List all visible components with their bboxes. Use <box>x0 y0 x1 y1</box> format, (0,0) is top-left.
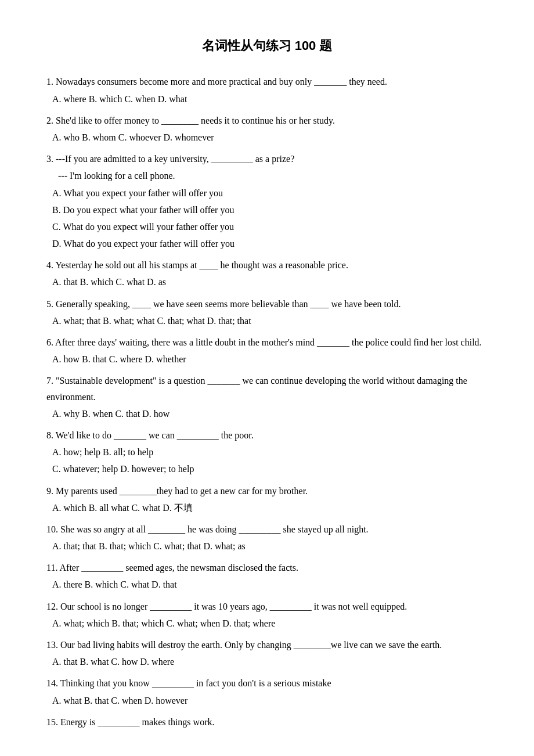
options-line: A. what B. that C. when D. however <box>52 693 488 708</box>
question-text: 15. Energy is _________ makes things wor… <box>46 714 488 730</box>
question-text: 1. Nowadays consumers become more and mo… <box>46 74 488 89</box>
question-text: 10. She was so angry at all ________ he … <box>46 521 488 537</box>
question-subtext: --- I'm looking for a cell phone. <box>58 168 488 183</box>
question-block: 12. Our school is no longer _________ it… <box>46 599 488 631</box>
question-text: 13. Our bad living habits will destroy t… <box>46 637 488 653</box>
question-text: 4. Yesterday he sold out all his stamps … <box>46 257 488 273</box>
options-line: A. that B. which C. what D. as <box>52 274 488 290</box>
question-text: 11. After _________ seemed ages, the new… <box>46 560 488 575</box>
question-text: 3. ---If you are admitted to a key unive… <box>46 151 488 167</box>
options-line: A. why B. when C. that D. how <box>52 406 488 422</box>
option-item: B. Do you expect what your father will o… <box>52 202 488 218</box>
question-block: 11. After _________ seemed ages, the new… <box>46 560 488 592</box>
question-text: 7. "Sustainable development" is a questi… <box>46 373 488 404</box>
question-block: 2. She'd like to offer money to ________… <box>46 113 488 145</box>
question-block: 6. After three days' waiting, there was … <box>46 334 488 367</box>
options-line: A. that B. what C. how D. where <box>52 654 488 669</box>
question-text: 9. My parents used ________they had to g… <box>46 483 488 499</box>
question-block: 7. "Sustainable development" is a questi… <box>46 373 488 422</box>
options-line: A. there B. which C. what D. that <box>52 577 488 592</box>
options-line: A. that; that B. that; which C. what; th… <box>52 538 488 554</box>
question-text: 8. We'd like to do _______ we can ______… <box>46 427 488 443</box>
question-block: 10. She was so angry at all ________ he … <box>46 521 488 554</box>
question-block: 5. Generally speaking, ____ we have seen… <box>46 296 488 329</box>
options-line: A. what; which B. that; which C. what; w… <box>52 615 488 631</box>
option-item: C. whatever; help D. however; to help <box>52 461 488 477</box>
question-block: 14. Thinking that you know _________ in … <box>46 675 488 708</box>
question-block: 8. We'd like to do _______ we can ______… <box>46 427 488 477</box>
options-line: A. how B. that C. where D. whether <box>52 351 488 367</box>
question-text: 5. Generally speaking, ____ we have seen… <box>46 296 488 312</box>
options-line: A. which B. all what C. what D. 不填 <box>52 500 488 516</box>
options-line: A. what; that B. what; what C. that; wha… <box>52 313 488 329</box>
question-block: 13. Our bad living habits will destroy t… <box>46 637 488 669</box>
options-line: A. who B. whom C. whoever D. whomever <box>52 129 488 145</box>
question-block: 15. Energy is _________ makes things wor… <box>46 714 488 730</box>
question-block: 3. ---If you are admitted to a key unive… <box>46 151 488 251</box>
question-text: 14. Thinking that you know _________ in … <box>46 675 488 691</box>
options-line: A. where B. which C. when D. what <box>52 91 488 107</box>
question-text: 6. After three days' waiting, there was … <box>46 334 488 350</box>
option-item: A. What you expect your father will offe… <box>52 185 488 201</box>
option-item: D. What do you expect your father will o… <box>52 236 488 251</box>
question-text: 2. She'd like to offer money to ________… <box>46 113 488 128</box>
option-item: A. how; help B. all; to help <box>52 444 488 460</box>
page-title: 名词性从句练习 100 题 <box>46 35 488 56</box>
option-item: C. What do you expect will your father o… <box>52 219 488 235</box>
question-block: 9. My parents used ________they had to g… <box>46 483 488 516</box>
questions-container: 1. Nowadays consumers become more and mo… <box>46 74 488 730</box>
question-text: 12. Our school is no longer _________ it… <box>46 599 488 614</box>
question-block: 1. Nowadays consumers become more and mo… <box>46 74 488 106</box>
question-block: 4. Yesterday he sold out all his stamps … <box>46 257 488 290</box>
